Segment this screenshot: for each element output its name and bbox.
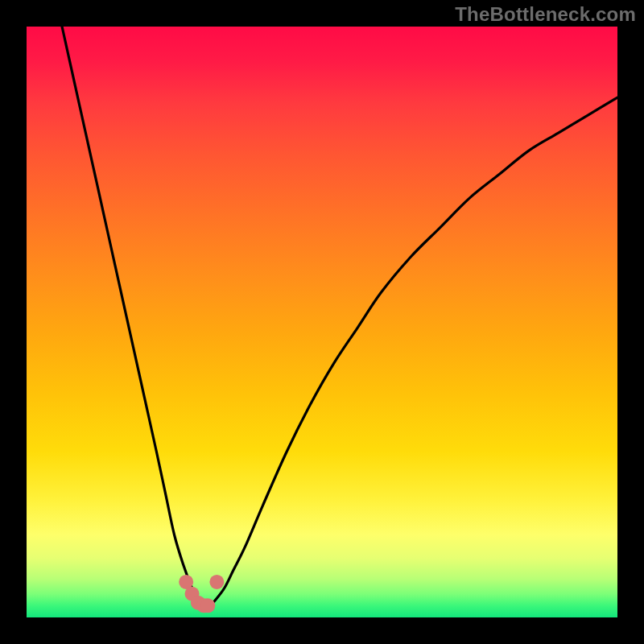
highlight-dot <box>200 598 215 613</box>
watermark-text: TheBottleneck.com <box>455 3 636 26</box>
plot-area <box>27 27 617 617</box>
highlight-dot <box>209 575 224 589</box>
highlight-dots <box>27 27 617 617</box>
chart-container: TheBottleneck.com <box>0 0 644 644</box>
